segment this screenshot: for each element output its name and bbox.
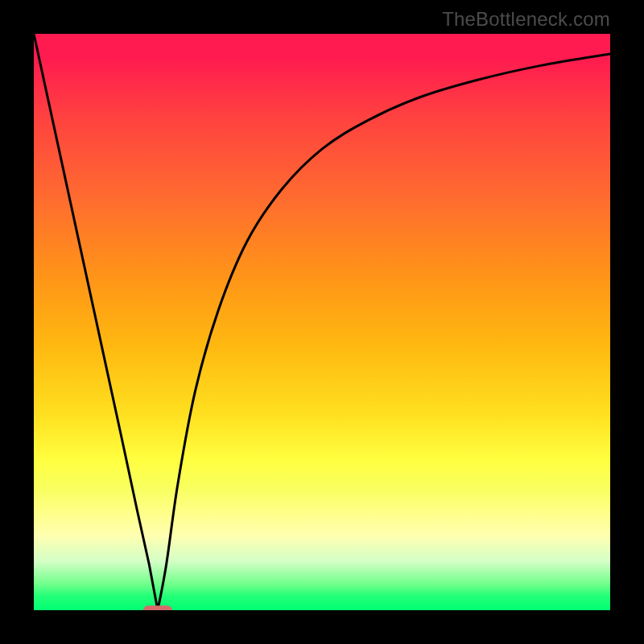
attribution-text: TheBottleneck.com: [442, 8, 610, 31]
chart-frame: TheBottleneck.com: [0, 0, 644, 644]
plot-area: [34, 34, 610, 610]
minimum-marker: [34, 34, 610, 610]
svg-rect-0: [143, 605, 172, 610]
